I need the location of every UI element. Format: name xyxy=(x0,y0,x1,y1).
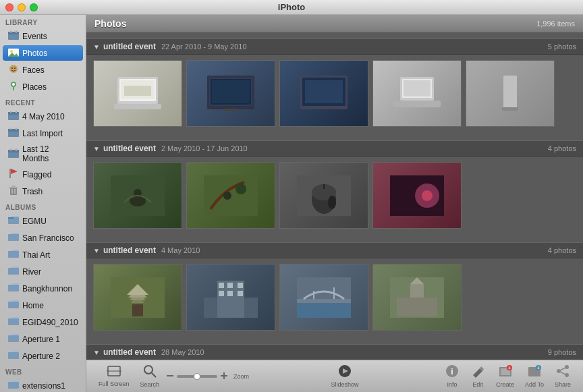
sidebar-item-4may[interactable]: 4 May 2010 xyxy=(3,109,83,124)
slideshow-icon xyxy=(337,364,352,380)
close-button[interactable] xyxy=(5,3,13,11)
sidebar-item-extensions1[interactable]: extensions1 xyxy=(3,378,83,392)
table-row[interactable] xyxy=(93,60,182,127)
zoom-slider-thumb[interactable] xyxy=(194,373,200,380)
trash-icon xyxy=(8,186,19,197)
event-header-3: ▼ untitled event 4 May 2010 4 photos xyxy=(86,242,583,258)
slideshow-button[interactable]: Slideshow xyxy=(327,362,363,390)
svg-point-81 xyxy=(328,196,336,209)
svg-marker-45 xyxy=(8,317,19,318)
photo-area[interactable]: ▼ untitled event 22 Apr 2010 - 9 May 201… xyxy=(86,33,583,360)
sidebar-item-aperture2[interactable]: Aperture 2 xyxy=(3,348,83,364)
sidebar-item-lastimport[interactable]: Last Import xyxy=(3,125,83,141)
svg-point-84 xyxy=(422,190,433,201)
sidebar-item-egid490[interactable]: EGID490_2010 xyxy=(3,314,83,330)
sidebar-item-sanfrancisco[interactable]: San Francisco xyxy=(3,230,83,246)
minimize-button[interactable] xyxy=(18,3,26,11)
info-button[interactable]: i Info xyxy=(441,362,464,390)
event-header-2: ▼ untitled event 2 May 2010 - 17 Jun 201… xyxy=(86,140,583,157)
table-row[interactable] xyxy=(186,264,275,331)
info-icon: i xyxy=(445,364,460,380)
svg-marker-25 xyxy=(11,169,18,174)
table-row[interactable] xyxy=(279,264,368,331)
table-row[interactable] xyxy=(186,60,275,127)
table-row[interactable] xyxy=(93,162,182,229)
zoom-slider[interactable] xyxy=(177,375,217,378)
svg-rect-38 xyxy=(8,268,19,275)
svg-rect-17 xyxy=(8,129,19,132)
svg-rect-56 xyxy=(124,86,151,96)
event-collapse-btn-3[interactable]: ▼ xyxy=(93,247,100,254)
event-count-1: 5 photos xyxy=(548,43,576,51)
svg-rect-28 xyxy=(11,186,16,187)
info-label: Info xyxy=(447,381,457,388)
sidebar-item-faces[interactable]: Faces xyxy=(3,62,83,78)
event-group-1: ▼ untitled event 22 Apr 2010 - 9 May 201… xyxy=(86,38,583,132)
table-row[interactable] xyxy=(93,264,182,331)
table-row[interactable] xyxy=(372,162,462,229)
places-label: Places xyxy=(22,82,47,92)
create-button[interactable]: + Create xyxy=(492,362,518,390)
svg-point-75 xyxy=(235,184,246,194)
svg-rect-86 xyxy=(132,304,143,316)
svg-marker-39 xyxy=(8,267,19,268)
4may-icon xyxy=(8,111,19,122)
edit-button[interactable]: Edit xyxy=(466,362,489,390)
titlebar: iPhoto xyxy=(0,0,583,15)
event-photos-1 xyxy=(86,55,583,132)
slideshow-label: Slideshow xyxy=(331,381,359,388)
sidebar-item-last12months[interactable]: Last 12 Months xyxy=(3,142,83,165)
egmu-label: EGMU xyxy=(22,217,47,226)
table-row[interactable] xyxy=(466,60,555,127)
addto-button[interactable]: + Add To xyxy=(521,362,548,390)
sidebar-item-aperture1[interactable]: Aperture 1 xyxy=(3,331,83,347)
sidebar-item-river[interactable]: River xyxy=(3,264,83,279)
svg-rect-50 xyxy=(8,382,19,389)
svg-rect-22 xyxy=(10,148,11,151)
table-row[interactable] xyxy=(279,162,368,229)
zoom-out-icon xyxy=(166,372,174,381)
library-section-header: LIBRARY xyxy=(0,15,86,28)
table-row[interactable] xyxy=(279,60,368,127)
event-collapse-btn-2[interactable]: ▼ xyxy=(93,145,100,152)
content-count: 1,996 items xyxy=(536,20,575,28)
event-collapse-btn-4[interactable]: ▼ xyxy=(93,349,100,356)
table-row[interactable] xyxy=(372,264,462,331)
svg-rect-68 xyxy=(393,101,441,107)
svg-rect-98 xyxy=(238,291,243,296)
app-title: iPhoto xyxy=(278,2,305,12)
sidebar-item-flagged[interactable]: Flagged xyxy=(3,167,83,182)
share-button[interactable]: Share xyxy=(551,362,575,390)
event-count-3: 4 photos xyxy=(548,246,576,254)
search-label: Search xyxy=(140,381,160,388)
svg-text:i: i xyxy=(451,367,453,376)
edit-label: Edit xyxy=(472,381,483,388)
home-icon xyxy=(8,300,19,311)
svg-marker-43 xyxy=(8,300,19,302)
search-button[interactable]: Search xyxy=(136,362,164,390)
sidebar-item-thaiart[interactable]: Thai Art xyxy=(3,247,83,262)
svg-rect-93 xyxy=(219,283,224,288)
edit-icon xyxy=(470,364,485,380)
sidebar-item-trash[interactable]: Trash xyxy=(3,184,83,199)
table-row[interactable] xyxy=(186,162,275,229)
sidebar-item-places[interactable]: Places xyxy=(3,79,83,94)
search-icon xyxy=(143,364,157,380)
svg-rect-44 xyxy=(8,318,19,325)
sidebar-item-events[interactable]: Events xyxy=(3,28,83,44)
content-title: Photos xyxy=(94,18,126,29)
sidebar-item-egmu[interactable]: EGMU xyxy=(3,213,83,229)
svg-marker-51 xyxy=(8,381,19,382)
svg-rect-48 xyxy=(8,352,19,359)
event-photos-3 xyxy=(86,258,583,336)
sidebar-item-photos[interactable]: Photos xyxy=(3,45,83,61)
svg-marker-47 xyxy=(8,334,19,335)
events-icon xyxy=(8,30,19,42)
fullscreen-button[interactable]: Full Screen xyxy=(94,363,134,389)
sidebar-item-bangkhunnon[interactable]: Bangkhunnon xyxy=(3,281,83,296)
sidebar-item-home[interactable]: Home xyxy=(3,298,83,313)
table-row[interactable] xyxy=(372,60,462,127)
toolbar-center: Slideshow xyxy=(327,362,363,390)
maximize-button[interactable] xyxy=(30,3,38,11)
event-collapse-btn-1[interactable]: ▼ xyxy=(93,43,100,51)
